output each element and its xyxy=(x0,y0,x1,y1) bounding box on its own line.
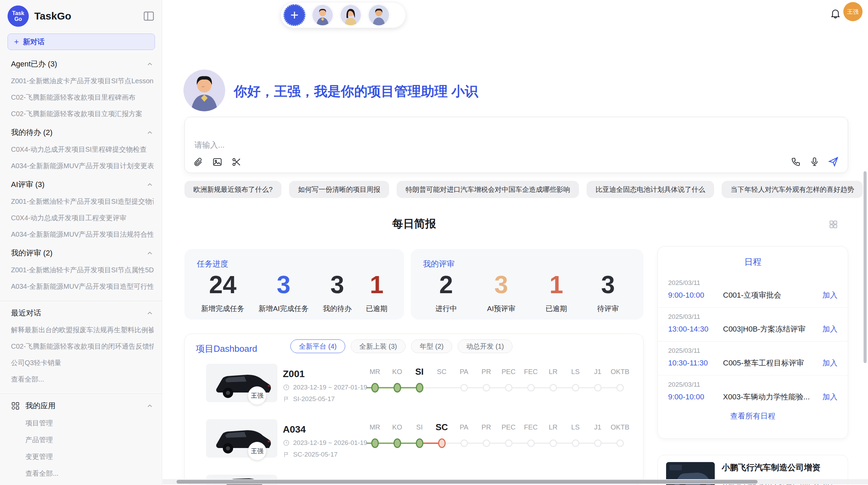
section-my-todo[interactable]: 我的待办 (2) xyxy=(11,127,154,138)
avatar[interactable] xyxy=(340,4,362,26)
user-avatar[interactable]: 王强 xyxy=(843,2,863,21)
list-item[interactable]: C0X4-动力总成开发项目工程变更评审 xyxy=(11,213,154,223)
join-link[interactable]: 加入 xyxy=(822,324,837,334)
suggestion-chips: 欧洲新规最近颁布了什么? 如何写一份清晰的项目周报 特朗普可能对进口汽车增税会对… xyxy=(184,181,856,198)
schedule-name: C001-立项审批会 xyxy=(723,290,822,300)
suggestion-chip[interactable]: 比亚迪全固态电池计划具体说了什么 xyxy=(587,181,714,198)
list-item[interactable]: A034-全新新能源MUV产品开发项目计划变更表编写 xyxy=(11,161,154,171)
suggestion-chip[interactable]: 如何写一份清晰的项目周报 xyxy=(289,181,389,198)
notification-bell-icon[interactable] xyxy=(830,8,841,19)
owner-badge: 王强 xyxy=(248,442,266,460)
chevron-up-icon[interactable] xyxy=(146,309,154,317)
microphone-icon[interactable] xyxy=(809,157,820,167)
sidebar-header: Task Go TaskGo xyxy=(0,0,162,30)
milestone-dot-pending xyxy=(616,439,624,447)
milestone-dot-pending xyxy=(460,384,468,391)
avatar[interactable] xyxy=(368,4,390,26)
attach-file-icon[interactable] xyxy=(193,157,203,167)
logo-line1: Task xyxy=(12,10,24,16)
list-item[interactable]: C02-飞腾新能源轻客改款项目立项汇报方案 xyxy=(11,109,154,119)
tab-powertrain[interactable]: 动总开发 (1) xyxy=(458,339,513,353)
list-item[interactable]: 公司Q3轻卡销量 xyxy=(11,358,154,368)
sidebar-item-project-mgmt[interactable]: 项目管理 xyxy=(25,419,154,428)
view-all-chats[interactable]: 查看全部... xyxy=(11,375,154,384)
list-item[interactable]: Z001-全新燃油轻卡产品开发项目SI造型提交物评审 xyxy=(11,197,154,206)
section-agent-done[interactable]: Agent已办 (3) xyxy=(11,59,154,69)
schedule-item: 2025/03/11 13:00-14:30 C003|H0B-方案冻结评审 加… xyxy=(658,308,848,341)
logo-line2: Go xyxy=(14,16,22,22)
send-icon[interactable] xyxy=(828,156,839,167)
vertical-scrollbar-thumb[interactable] xyxy=(864,171,867,363)
join-link[interactable]: 加入 xyxy=(822,358,837,368)
attach-image-icon[interactable] xyxy=(212,157,222,167)
stat-value: 1 xyxy=(545,270,567,299)
stat-my-todo: 3 我的待办 xyxy=(323,270,352,313)
milestone-dot-pending xyxy=(572,439,579,447)
new-chat-label: 新对话 xyxy=(23,37,45,47)
sidebar-item-change-mgmt[interactable]: 变更管理 xyxy=(25,452,154,461)
avatar[interactable] xyxy=(312,4,334,26)
list-item[interactable]: C02-飞腾新能源轻客改款项目的闭环通告反馈情况 xyxy=(11,342,154,351)
schedule-time: 9:00-10:00 xyxy=(668,393,723,401)
add-session-button[interactable] xyxy=(284,4,305,26)
card-title: 我的评审 xyxy=(423,259,455,269)
stat-new-done: 24 新增完成任务 xyxy=(201,270,244,313)
milestone-label: PR xyxy=(482,423,491,431)
milestone-label: SC xyxy=(437,368,447,375)
milestone-label: OKTB xyxy=(611,368,629,375)
list-item[interactable]: C02-飞腾新能源轻客改款项目里程碑画布 xyxy=(11,93,154,102)
suggestion-chip[interactable]: 当下年轻人对汽车外观有怎样的喜好趋势 xyxy=(722,181,863,198)
milestone-dot-pending xyxy=(460,439,468,447)
suggestion-chip[interactable]: 欧洲新规最近颁布了什么? xyxy=(184,181,281,198)
view-all-apps[interactable]: 查看全部... xyxy=(25,469,154,478)
clock-icon xyxy=(283,439,290,446)
schedule-item: 2025/03/11 10:30-11:30 C005-整车工程目标评审 加入 xyxy=(658,341,848,375)
join-link[interactable]: 加入 xyxy=(822,392,837,402)
list-item[interactable]: 解释最新出台的欧盟报废车法规再生塑料比例被调至15%... xyxy=(11,325,154,335)
project-row[interactable]: 王强 A034 2023-12-19 ~ 2026-01-19 SC-2025-… xyxy=(185,419,643,471)
stat-label: 待评审 xyxy=(597,304,619,313)
sidebar-collapse-icon[interactable] xyxy=(143,10,155,22)
horizontal-scrollbar-thumb[interactable] xyxy=(177,480,758,484)
list-item[interactable]: Z001-全新燃油皮卡产品开发项目SI节点Lesson Learn报告 xyxy=(11,76,154,86)
divider xyxy=(0,301,162,301)
horizontal-scrollbar[interactable] xyxy=(162,479,868,484)
chat-input-box[interactable]: 请输入... xyxy=(184,117,848,173)
app-logo: Task Go xyxy=(8,5,29,27)
schedule-date: 2025/03/11 xyxy=(668,347,837,355)
view-all-schedule-link[interactable]: 查看所有日程 xyxy=(658,411,848,421)
suggestion-chip[interactable]: 特朗普可能对进口汽车增税会对中国车企造成哪些影响 xyxy=(397,181,579,198)
list-item[interactable]: A034-全新新能源MUV产品开发项目法规符合性评审 xyxy=(11,230,154,239)
tab-new-platform[interactable]: 全新平台 (4) xyxy=(290,339,345,353)
chevron-up-icon[interactable] xyxy=(146,402,154,410)
voice-call-icon[interactable] xyxy=(791,157,801,167)
sidebar-item-product-mgmt[interactable]: 产品管理 xyxy=(25,435,154,445)
sidebar-item-my-apps[interactable]: 我的应用 xyxy=(11,401,154,411)
chevron-up-icon[interactable] xyxy=(146,249,154,257)
new-chat-button[interactable]: + 新对话 xyxy=(8,34,155,50)
section-my-review[interactable]: 我的评审 (2) xyxy=(11,248,154,258)
chevron-up-icon[interactable] xyxy=(146,181,154,188)
sidebar-lists: Agent已办 (3) Z001-全新燃油皮卡产品开发项目SI节点Lesson … xyxy=(0,59,162,485)
milestone-dot-pending xyxy=(505,384,513,391)
section-ai-review[interactable]: AI评审 (3) xyxy=(11,179,154,190)
plus-icon: + xyxy=(14,37,19,47)
layout-grid-icon[interactable] xyxy=(828,219,839,229)
list-item[interactable]: Z001-全新燃油轻卡产品开发项目SI节点属性5D文件评审 xyxy=(11,265,154,275)
chevron-up-icon[interactable] xyxy=(146,60,154,68)
tab-new-body[interactable]: 全新上装 (3) xyxy=(351,339,406,353)
section-recent-chats[interactable]: 最近对话 xyxy=(11,308,154,318)
schedule-name: C005-整车工程目标评审 xyxy=(723,358,822,368)
project-flag: SC-2025-05-17 xyxy=(283,451,338,458)
owner-badge: 王强 xyxy=(248,386,266,405)
milestone-dot-overdue xyxy=(438,438,446,448)
list-item[interactable]: C0X4-动力总成开发项目SI里程碑提交物检查 xyxy=(11,145,154,154)
project-row[interactable]: 王强 Z001 2023-12-19 ~ 2027-01-19 SI-2025-… xyxy=(185,364,643,415)
chevron-up-icon[interactable] xyxy=(146,129,154,136)
tab-year-model[interactable]: 年型 (2) xyxy=(411,339,452,353)
divider xyxy=(0,394,162,394)
scissors-icon[interactable] xyxy=(231,157,242,167)
join-link[interactable]: 加入 xyxy=(822,290,837,300)
list-item[interactable]: A034-全新新能源MUV产品开发项目造型可行性评审 xyxy=(11,282,154,291)
stat-value: 3 xyxy=(487,270,516,299)
